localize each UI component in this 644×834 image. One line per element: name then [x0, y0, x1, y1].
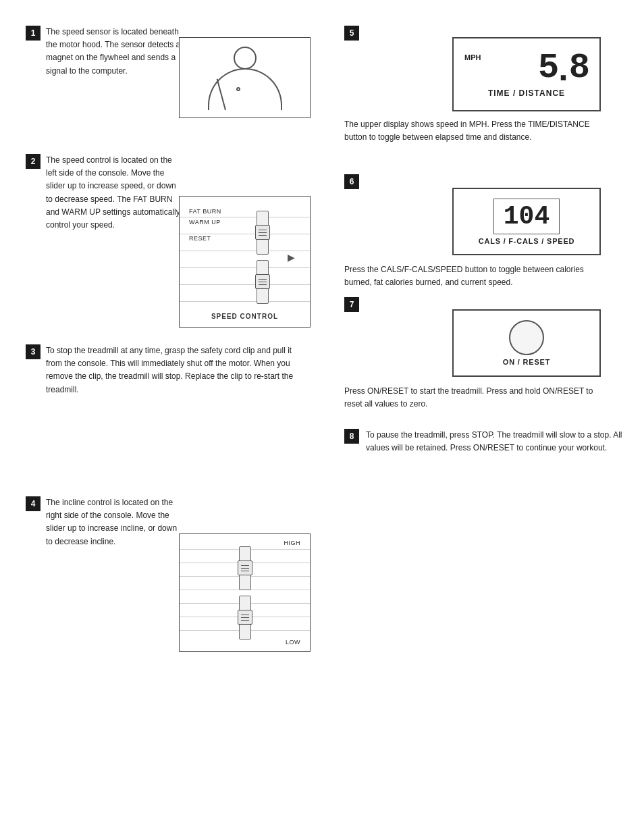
section-4-number: 4	[26, 496, 41, 511]
on-reset-label: ON / RESET	[503, 358, 550, 366]
cals-inner-box: 104	[493, 199, 560, 234]
sensor-dot	[236, 87, 240, 91]
fat-burn-label: FAT BURN	[189, 206, 221, 217]
section-3-number: 3	[26, 344, 41, 359]
section-3-text: To stop the treadmill at any time, grasp…	[46, 344, 302, 396]
incline-control-diagram: HIGH LOW	[179, 533, 311, 652]
section-a-number: 5	[344, 26, 359, 41]
section-2-number: 2	[26, 154, 41, 169]
time-distance-display: MPH 5 . 8 TIME / DISTANCE	[452, 37, 601, 111]
thumb-line	[259, 230, 267, 230]
speed-control-diagram: FAT BURN WARM UP RESET	[179, 196, 311, 328]
section-1-text: The speed sensor is located beneath the …	[46, 26, 181, 78]
slider-thumb-lines-lower	[259, 279, 267, 285]
warm-up-label: WARM UP	[189, 217, 221, 228]
cals-label: CALS / F-CALS / SPEED	[479, 237, 575, 245]
cals-value: 104	[504, 202, 549, 231]
thumb-line	[259, 284, 267, 285]
slider-thumb-lower	[255, 274, 270, 289]
speed-digit-left: 5	[538, 51, 558, 86]
cals-display: 104 CALS / F-CALS / SPEED	[452, 188, 601, 255]
section-d-text: To pause the treadmill, press STOP. The …	[366, 429, 622, 454]
on-reset-display: ON / RESET	[452, 309, 601, 377]
speed-sensor-diagram	[179, 37, 311, 118]
thumb-line	[241, 565, 249, 566]
thumb-line	[241, 568, 249, 569]
sensor-inner	[188, 44, 302, 111]
section-d-number: 8	[344, 429, 359, 444]
section-b-number: 6	[344, 174, 359, 189]
thumb-line	[241, 617, 249, 618]
page: 1 The speed sensor is located beneath th…	[0, 0, 644, 834]
on-reset-circle	[509, 320, 544, 355]
thumb-line	[241, 615, 249, 615]
sensor-circle	[234, 47, 257, 70]
speed-value: 5 . 8	[538, 51, 589, 86]
speed-slider-upper	[257, 211, 269, 255]
section-2-text: The speed control is located on the left…	[46, 154, 181, 232]
display-row: MPH 5 . 8	[459, 51, 594, 86]
time-distance-label: TIME / DISTANCE	[488, 88, 565, 98]
section-1-number: 1	[26, 26, 41, 41]
section-c-text: Press ON/RESET to start the treadmill. P…	[344, 385, 601, 411]
thumb-line	[241, 620, 249, 621]
speed-slider-lower	[257, 260, 269, 304]
speed-control-labels: FAT BURN WARM UP RESET	[189, 206, 221, 244]
mph-label: MPH	[464, 53, 481, 61]
section-b-text: Press the CALS/F-CALS/SPEED button to to…	[344, 263, 601, 289]
thumb-line	[241, 571, 249, 571]
section-a-text: The upper display shows speed in MPH. Pr…	[344, 118, 601, 144]
thumb-line	[259, 235, 267, 236]
incline-low-label: LOW	[286, 639, 300, 646]
incline-slider-area	[239, 546, 251, 640]
section-4-text: The incline control is located on the ri…	[46, 496, 181, 548]
speed-digit-right: 8	[569, 51, 589, 86]
incline-thumb-lower	[238, 610, 252, 625]
reset-label: RESET	[189, 233, 221, 244]
section-c-number: 7	[344, 297, 359, 312]
speed-control-title: SPEED CONTROL	[211, 313, 278, 320]
incline-high-label: HIGH	[284, 540, 301, 546]
incline-thumb-lines-upper	[241, 565, 249, 571]
incline-slider-upper	[239, 546, 251, 590]
thumb-line	[259, 232, 267, 233]
thumb-line	[259, 282, 267, 282]
speed-slider-area: ▶	[242, 205, 283, 309]
incline-slider-lower	[239, 596, 251, 640]
incline-thumb-lines-lower	[241, 615, 249, 621]
arrow-right-icon: ▶	[288, 252, 295, 263]
incline-thumb-upper	[238, 561, 252, 575]
slider-thumb-lines	[259, 230, 267, 236]
thumb-line	[259, 279, 267, 280]
slider-thumb-upper	[255, 225, 270, 240]
speed-separator: .	[558, 51, 568, 86]
